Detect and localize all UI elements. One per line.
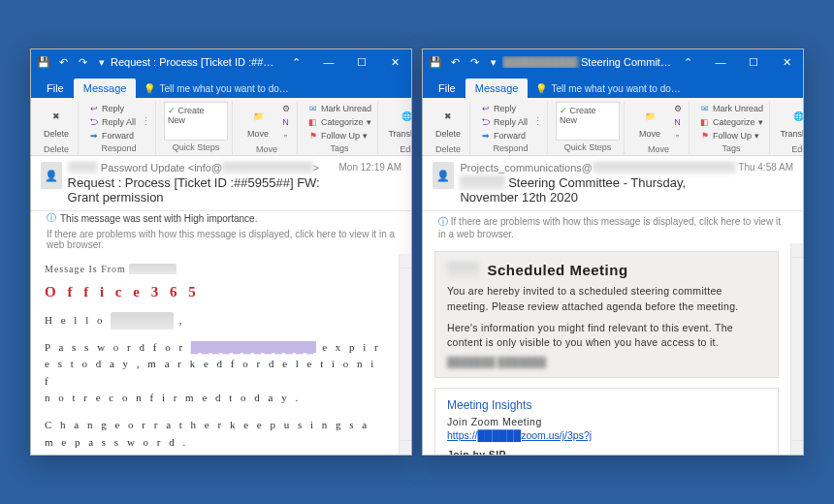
ribbon-collapse-icon[interactable]: ⌃ — [279, 49, 312, 75]
view-in-browser-bar[interactable]: ⓘ If there are problems with how this me… — [433, 213, 793, 243]
redacted: ██████ — [129, 264, 176, 274]
redo-icon[interactable]: ↷ — [74, 53, 91, 71]
categorize-button[interactable]: ◧Categorize ▾ — [305, 115, 373, 128]
message-body[interactable]: Message Is From ██████ O f f i c e 3 6 5… — [31, 254, 399, 455]
reply-button[interactable]: ↩Reply — [478, 102, 529, 114]
quicksteps-gallery[interactable]: ✓ Create New — [164, 102, 228, 141]
zoom-link[interactable]: https://██████zoom.us/j/3ps?j — [447, 429, 592, 441]
group-label: Move — [648, 144, 669, 154]
group-label: Quick Steps — [564, 142, 612, 152]
info-icon: ⓘ — [47, 211, 56, 225]
reply-all-button[interactable]: ⮌Reply All — [478, 115, 529, 128]
ribbon-group-quicksteps: ✓ Create New Quick Steps — [162, 102, 233, 154]
minimize-button[interactable]: — — [704, 49, 737, 75]
onenote-button[interactable]: N — [278, 116, 293, 129]
move-button[interactable]: 📁 Move — [632, 102, 667, 142]
reply-icon: ↩ — [480, 103, 491, 113]
follow-up-button[interactable]: ⚑Follow Up ▾ — [697, 129, 765, 142]
reply-icon: ↩ — [88, 103, 99, 113]
quicksteps-gallery[interactable]: ✓ Create New — [556, 102, 620, 141]
folder-move-icon: 📁 — [639, 106, 660, 127]
tell-me-search[interactable]: 💡 Tell me what you want to do… — [535, 83, 680, 98]
ribbon-group-editing: 🌐 Translate ⋮ Editing — [384, 102, 412, 154]
message-body[interactable]: ███ Scheduled Meeting You are hereby inv… — [423, 243, 790, 455]
more-respond-icon[interactable]: ⋮ — [532, 116, 543, 127]
maximize-button[interactable]: ☐ — [345, 49, 378, 75]
save-icon[interactable]: 💾 — [35, 53, 52, 71]
translate-icon: 🌐 — [787, 106, 804, 127]
titlebar[interactable]: 💾 ↶ ↷ ▾ ██████████ Steering Committee - … — [423, 49, 803, 75]
tab-file[interactable]: File — [429, 79, 465, 98]
reply-button[interactable]: ↩Reply — [86, 102, 138, 114]
dropdown-icon[interactable]: ▾ — [485, 53, 502, 71]
maximize-button[interactable]: ☐ — [737, 49, 770, 75]
actions-button[interactable]: ▫ — [670, 130, 685, 142]
mark-unread-button[interactable]: ✉Mark Unread — [697, 102, 765, 114]
redo-icon[interactable]: ↷ — [465, 53, 483, 71]
delete-button[interactable]: ✖ Delete — [431, 102, 465, 142]
ribbon-group-delete: ✖ Delete Delete — [37, 102, 79, 154]
onenote-button[interactable]: N — [670, 116, 685, 129]
categorize-button[interactable]: ◧Categorize ▾ — [697, 115, 765, 128]
onenote-icon: N — [672, 117, 683, 128]
from-text: ████ Password Update <info@████████████> — [68, 162, 339, 173]
message-header: 👤 Projects_communications@██████████████… — [423, 156, 803, 211]
view-in-browser-bar[interactable]: If there are problems with how this mess… — [41, 227, 401, 254]
tab-file[interactable]: File — [37, 79, 74, 98]
envelope-icon: ✉ — [307, 103, 318, 113]
tell-me-search[interactable]: 💡 Tell me what you want to do… — [144, 83, 288, 98]
more-respond-icon[interactable]: ⋮ — [141, 116, 151, 127]
ribbon: ✖ Delete Delete ↩Reply ⮌Reply All ➡Forwa… — [423, 98, 803, 156]
from-text: Projects_communications@████████████████… — [460, 162, 738, 173]
ribbon-group-respond: ↩Reply ⮌Reply All ➡Forward ⋮ Respond — [84, 102, 156, 154]
tab-message[interactable]: Message — [465, 79, 529, 98]
flag-icon: ⚑ — [307, 130, 318, 141]
redacted-highlight: ████████████ — [191, 341, 317, 353]
save-icon[interactable]: 💾 — [427, 53, 444, 71]
rules-button[interactable]: ⚙ — [278, 103, 293, 115]
info-icon: ⓘ — [438, 216, 448, 227]
undo-icon[interactable]: ↶ — [446, 53, 464, 71]
translate-icon: 🌐 — [396, 106, 412, 127]
folder-move-icon: 📁 — [247, 106, 269, 127]
undo-icon[interactable]: ↶ — [54, 53, 72, 71]
translate-button[interactable]: 🌐 Translate — [778, 102, 804, 142]
outlook-window-right: 💾 ↶ ↷ ▾ ██████████ Steering Committee - … — [422, 48, 804, 456]
insights-heading: Meeting Insights — [447, 398, 766, 412]
group-label: Editing — [791, 144, 804, 154]
meeting-info-box: ███ Scheduled Meeting You are hereby inv… — [434, 251, 779, 378]
group-label: Respond — [101, 143, 136, 153]
redacted: ██████████ — [502, 56, 578, 68]
actions-button[interactable]: ▫ — [278, 130, 293, 142]
minimize-button[interactable]: — — [312, 49, 345, 75]
translate-button[interactable]: 🌐 Translate — [386, 102, 412, 142]
meeting-title: ███ Scheduled Meeting — [447, 262, 766, 278]
close-button[interactable]: ✕ — [770, 49, 803, 75]
reply-all-button[interactable]: ⮌Reply All — [86, 115, 138, 128]
vertical-scrollbar[interactable] — [790, 243, 803, 455]
redacted: ██████ — [111, 312, 174, 330]
dropdown-icon[interactable]: ▾ — [93, 53, 111, 71]
rules-button[interactable]: ⚙ — [670, 103, 685, 115]
ribbon-group-delete: ✖ Delete Delete — [429, 102, 470, 154]
ribbon-collapse-icon[interactable]: ⌃ — [671, 49, 704, 75]
vertical-scrollbar[interactable] — [399, 254, 411, 455]
tab-message[interactable]: Message — [74, 79, 137, 98]
delete-button[interactable]: ✖ Delete — [39, 102, 74, 142]
message-header: 👤 ████ Password Update <info@███████████… — [31, 156, 411, 211]
titlebar[interactable]: 💾 ↶ ↷ ▾ Request : Process [Ticket ID :##… — [31, 49, 411, 75]
categorize-icon: ◧ — [699, 116, 710, 127]
follow-up-button[interactable]: ⚑Follow Up ▾ — [305, 129, 373, 142]
body-line: C h a n g e o r r a t h e r k e e p u s … — [45, 417, 385, 451]
close-button[interactable]: ✕ — [378, 49, 411, 75]
forward-button[interactable]: ➡Forward — [478, 129, 529, 142]
reply-all-icon: ⮌ — [88, 116, 99, 127]
mark-unread-button[interactable]: ✉Mark Unread — [305, 102, 373, 114]
group-label: Respond — [493, 143, 528, 153]
move-button[interactable]: 📁 Move — [241, 102, 275, 142]
ribbon-tabs: File Message 💡 Tell me what you want to … — [31, 75, 411, 98]
group-label: Tags — [722, 143, 741, 153]
timestamp: Mon 12:19 AM — [339, 162, 401, 173]
body-line: P a s s w o r d f o r ████████████ e x p… — [45, 339, 385, 407]
forward-button[interactable]: ➡Forward — [86, 129, 138, 142]
